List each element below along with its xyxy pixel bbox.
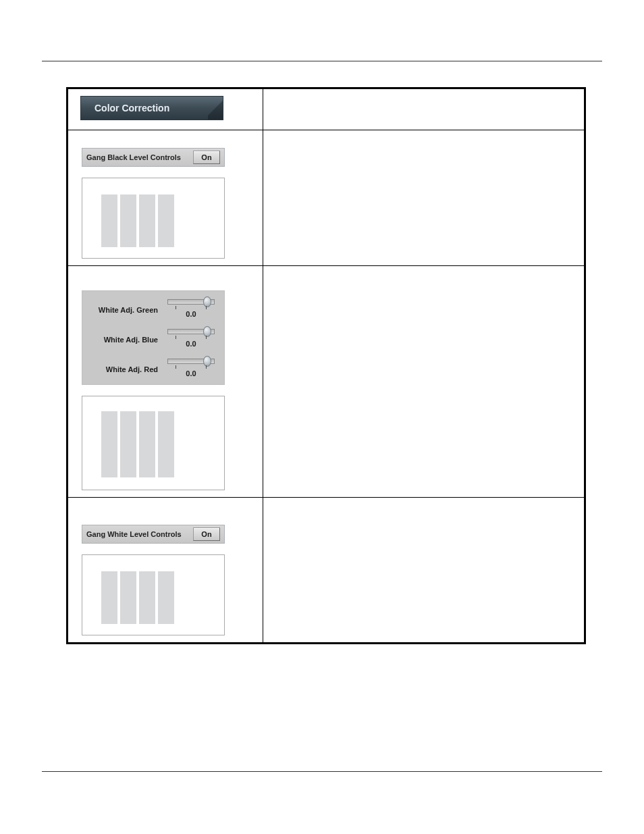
table-row: White Adj. Green 0.0 White Adj. Blue [68, 266, 585, 498]
slider-wrap: 0.0 [163, 357, 219, 377]
header-rule [42, 61, 602, 61]
table-row: Gang Black Level Controls On [68, 130, 585, 266]
color-correction-badge: Color Correction [80, 96, 223, 120]
cell-empty [263, 498, 585, 644]
white-adj-panel: White Adj. Green 0.0 White Adj. Blue [82, 290, 225, 385]
bar-icon [158, 571, 174, 624]
cell-gang-white: Gang White Level Controls On [68, 498, 263, 644]
bar-icon [139, 411, 155, 477]
gang-black-label: Gang Black Level Controls [86, 153, 189, 161]
bars-row [101, 194, 224, 247]
slider-wrap: 0.0 [163, 328, 219, 348]
cell-white-adj: White Adj. Green 0.0 White Adj. Blue [68, 266, 263, 498]
bars-row [101, 411, 224, 477]
cell-gang-black: Gang Black Level Controls On [68, 130, 263, 266]
slider-ticks-icon [167, 336, 215, 340]
panel-wrap: Gang Black Level Controls On [68, 130, 263, 265]
badge-title: Color Correction [95, 103, 169, 113]
table-row: Gang White Level Controls On [68, 498, 585, 644]
bar-icon [120, 194, 136, 247]
layout-table: Color Correction Gang Black Level Contro… [66, 87, 586, 644]
bar-icon [158, 194, 174, 247]
gang-white-panel: Gang White Level Controls On [82, 525, 225, 544]
gang-black-panel: Gang Black Level Controls On [82, 148, 225, 167]
gang-white-label: Gang White Level Controls [86, 530, 189, 538]
footer-rule [42, 771, 602, 772]
white-adj-blue-slider[interactable] [167, 329, 215, 334]
bar-icon [101, 571, 117, 624]
white-adj-red-row: White Adj. Red 0.0 [88, 357, 219, 377]
white-adj-green-label: White Adj. Green [88, 298, 163, 314]
cell-empty [263, 130, 585, 266]
page: Color Correction Gang Black Level Contro… [0, 0, 644, 644]
gang-black-on-button[interactable]: On [193, 151, 220, 164]
panel-wrap: Gang White Level Controls On [68, 498, 263, 642]
black-bars-box [82, 178, 225, 259]
cell-empty [263, 88, 585, 130]
badge-wrap: Color Correction [68, 89, 263, 130]
button-label: On [201, 153, 211, 161]
white-adj-blue-label: White Adj. Blue [88, 328, 163, 344]
adj-wrap: White Adj. Green 0.0 White Adj. Blue [68, 266, 263, 497]
bar-icon [139, 571, 155, 624]
white-adj-bars-box [82, 396, 225, 490]
bar-icon [101, 411, 117, 477]
cell-badge: Color Correction [68, 88, 263, 130]
gang-white-on-button[interactable]: On [193, 527, 220, 541]
button-label: On [201, 530, 211, 538]
table-row: Color Correction [68, 88, 585, 130]
white-bars-box [82, 554, 225, 635]
white-adj-green-row: White Adj. Green 0.0 [88, 298, 219, 318]
bar-icon [139, 194, 155, 247]
white-adj-red-label: White Adj. Red [88, 357, 163, 373]
white-adj-blue-value: 0.0 [186, 340, 196, 348]
white-adj-green-slider[interactable] [167, 299, 215, 305]
white-adj-blue-row: White Adj. Blue 0.0 [88, 328, 219, 348]
bar-icon [120, 411, 136, 477]
cell-empty [263, 266, 585, 498]
white-adj-red-slider[interactable] [167, 359, 215, 364]
slider-ticks-icon [167, 306, 215, 310]
slider-ticks-icon [167, 365, 215, 369]
bars-row [101, 571, 224, 624]
bar-icon [120, 571, 136, 624]
slider-wrap: 0.0 [163, 298, 219, 318]
white-adj-red-value: 0.0 [186, 369, 196, 377]
bar-icon [101, 194, 117, 247]
white-adj-green-value: 0.0 [186, 310, 196, 318]
bar-icon [158, 411, 174, 477]
